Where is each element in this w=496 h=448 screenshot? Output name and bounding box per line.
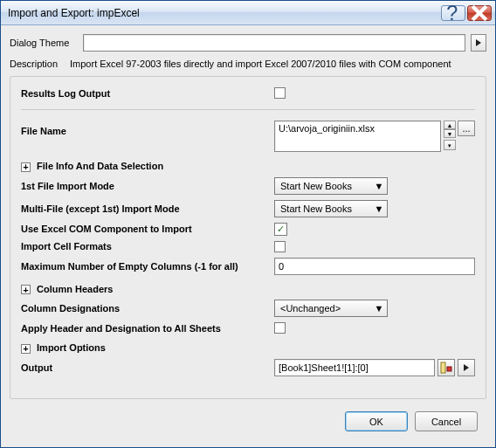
cancel-button[interactable]: Cancel: [415, 411, 478, 431]
results-log-output-label: Results Log Output: [21, 88, 274, 99]
file-name-browse-button[interactable]: ...: [458, 121, 475, 136]
titlebar: Import and Export: impExcel ?: [1, 1, 495, 25]
dialog-window: Import and Export: impExcel ? Dialog The…: [0, 0, 496, 448]
import-cell-formats-row: Import Cell Formats: [21, 241, 475, 252]
file-name-spin-up[interactable]: ▲: [444, 121, 456, 129]
results-log-output-checkbox[interactable]: [274, 87, 286, 99]
column-headers-row: + Column Headers: [21, 284, 475, 295]
max-empty-cols-input[interactable]: [274, 258, 475, 275]
dialog-theme-label: Dialog Theme: [10, 38, 78, 48]
divider: [21, 109, 475, 110]
use-com-row: Use Excel COM Component to Import ✓: [21, 223, 475, 236]
column-headers-expander[interactable]: +: [21, 285, 31, 294]
column-designations-value: <Unchanged>: [280, 303, 368, 314]
window-title: Import and Export: impExcel: [8, 7, 441, 19]
multi-file-import-mode-select[interactable]: Start New Books ▼: [274, 200, 388, 217]
apply-header-all-row: Apply Header and Designation to All Shee…: [21, 322, 475, 334]
import-options-expander[interactable]: +: [21, 344, 31, 354]
first-file-import-mode-value: Start New Books: [280, 181, 368, 191]
apply-header-all-checkbox[interactable]: [274, 322, 286, 334]
description-row: Description Import Excel 97-2003 files d…: [10, 59, 486, 69]
multi-file-import-mode-row: Multi-File (except 1st) Import Mode Star…: [21, 200, 475, 217]
max-empty-cols-label: Maximum Number of Empty Columns (-1 for …: [21, 261, 274, 272]
dialog-theme-menu-button[interactable]: [471, 34, 486, 52]
chevron-down-icon: ▼: [373, 201, 385, 217]
file-info-selection-row: + File Info And Data Selection: [21, 161, 475, 172]
max-empty-cols-row: Maximum Number of Empty Columns (-1 for …: [21, 258, 475, 275]
multi-file-import-mode-value: Start New Books: [280, 203, 368, 214]
dialog-theme-row: Dialog Theme: [10, 34, 486, 52]
file-name-row: File Name U:\arvoja_originiin.xlsx ▲ ▼ .…: [21, 121, 475, 152]
ok-button[interactable]: OK: [345, 411, 408, 431]
import-options-label: Import Options: [37, 342, 106, 353]
file-name-label: File Name: [21, 121, 274, 136]
column-designations-row: Column Designations <Unchanged> ▼: [21, 300, 475, 317]
import-options-row: + Import Options: [21, 342, 475, 354]
file-name-dropdown-icon[interactable]: ▾: [444, 140, 456, 150]
svg-rect-1: [441, 362, 445, 373]
options-group: Results Log Output File Name U:\arvoja_o…: [10, 76, 486, 399]
svg-rect-2: [447, 367, 451, 371]
output-label: Output: [21, 362, 274, 373]
client-area: Dialog Theme Description Import Excel 97…: [1, 25, 495, 447]
close-button[interactable]: [467, 5, 492, 21]
use-com-checkbox[interactable]: ✓: [274, 223, 287, 236]
description-text: Import Excel 97-2003 files directly and …: [70, 59, 451, 69]
description-label: Description: [10, 59, 58, 69]
output-menu-button[interactable]: [458, 359, 475, 376]
dialog-theme-input[interactable]: [83, 34, 465, 52]
use-com-label: Use Excel COM Component to Import: [21, 224, 274, 234]
svg-text:?: ?: [446, 2, 458, 24]
help-button[interactable]: ?: [441, 5, 465, 21]
column-designations-label: Column Designations: [21, 303, 274, 314]
import-cell-formats-checkbox[interactable]: [274, 241, 286, 252]
file-info-selection-label: File Info And Data Selection: [37, 161, 163, 171]
output-row: Output: [21, 359, 475, 376]
chevron-down-icon: ▼: [373, 300, 385, 316]
titlebar-buttons: ?: [441, 5, 492, 21]
dialog-footer: OK Cancel: [10, 406, 486, 440]
results-log-output-row: Results Log Output: [21, 87, 475, 99]
output-picker-button[interactable]: [437, 359, 455, 376]
column-designations-select[interactable]: <Unchanged> ▼: [274, 300, 388, 317]
first-file-import-mode-select[interactable]: Start New Books ▼: [274, 177, 388, 195]
file-name-input[interactable]: U:\arvoja_originiin.xlsx: [274, 121, 441, 152]
first-file-import-mode-label: 1st File Import Mode: [21, 181, 274, 191]
first-file-import-mode-row: 1st File Import Mode Start New Books ▼: [21, 177, 475, 195]
file-info-expander[interactable]: +: [21, 162, 31, 172]
apply-header-all-label: Apply Header and Designation to All Shee…: [21, 323, 274, 334]
chevron-down-icon: ▼: [373, 178, 385, 194]
output-input[interactable]: [274, 359, 435, 376]
file-name-spin-down[interactable]: ▼: [444, 129, 456, 138]
column-headers-label: Column Headers: [37, 284, 113, 294]
import-cell-formats-label: Import Cell Formats: [21, 241, 274, 252]
multi-file-import-mode-label: Multi-File (except 1st) Import Mode: [21, 203, 274, 214]
